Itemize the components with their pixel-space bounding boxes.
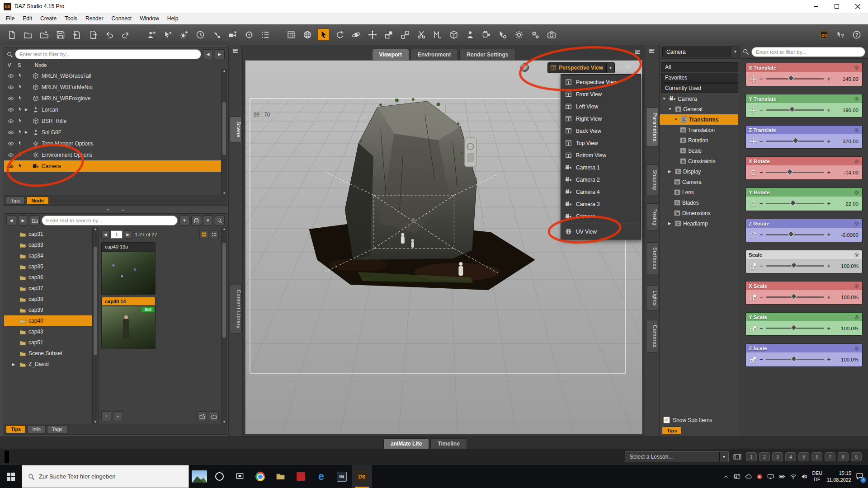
show-sub-items-checkbox[interactable]: ✓ Show Sub Items bbox=[663, 417, 736, 423]
folder-cap51[interactable]: cap51 bbox=[4, 337, 98, 348]
slider-gear-icon[interactable] bbox=[854, 96, 859, 102]
slider-gear-icon[interactable] bbox=[854, 221, 859, 226]
slider-gear-icon[interactable] bbox=[854, 346, 859, 351]
undo-icon[interactable] bbox=[103, 28, 115, 41]
slider-gear-icon[interactable] bbox=[854, 283, 859, 289]
lesson-button-2[interactable]: 2 bbox=[759, 452, 770, 461]
content-search-input[interactable]: Enter text to search by... bbox=[42, 216, 178, 225]
view-menu-item-camera[interactable]: Camera bbox=[561, 210, 641, 222]
parameter-group-general[interactable]: ▼GGeneral bbox=[660, 104, 740, 114]
slider-decrement[interactable]: − bbox=[760, 231, 763, 238]
add-item-button[interactable]: + bbox=[101, 411, 111, 421]
taskbar-app-cortana-icon[interactable] bbox=[209, 465, 230, 488]
redo-icon[interactable] bbox=[119, 28, 132, 41]
aim-at-tool-icon[interactable] bbox=[301, 28, 313, 41]
folder-cap35[interactable]: cap35 bbox=[4, 261, 98, 272]
taskbar-app-chrome-icon[interactable] bbox=[250, 465, 270, 488]
slider-thumb[interactable] bbox=[791, 324, 797, 331]
visibility-eye-icon[interactable] bbox=[6, 107, 15, 113]
menu-window[interactable]: Window bbox=[136, 14, 163, 23]
thumbs-scrollbar[interactable]: ▲▼ bbox=[221, 227, 227, 424]
view-menu-item-front-view[interactable]: Front View bbox=[561, 88, 641, 100]
tray-chevron-icon[interactable] bbox=[723, 474, 729, 480]
side-tab-lights[interactable]: Lights bbox=[646, 286, 658, 311]
view-menu-item-camera-2[interactable]: Camera 2 bbox=[561, 174, 641, 186]
parameter-group-headlamp[interactable]: ▶GHeadlamp bbox=[660, 218, 740, 229]
tab-tags[interactable]: Tags bbox=[47, 425, 67, 433]
content-item-thumbnail[interactable] bbox=[101, 251, 156, 295]
parameter-group-dimensions[interactable]: GDimensions bbox=[660, 208, 740, 218]
view-selector-button[interactable]: Perspective View ▼ bbox=[547, 62, 615, 73]
tray-network-icon[interactable] bbox=[790, 473, 797, 480]
slider-increment[interactable]: + bbox=[827, 200, 830, 207]
selectable-icon[interactable] bbox=[15, 95, 25, 101]
selectable-icon[interactable] bbox=[15, 141, 25, 146]
slider-decrement[interactable]: − bbox=[760, 356, 763, 363]
slider-thumb[interactable] bbox=[787, 169, 793, 175]
slider-increment[interactable]: + bbox=[827, 169, 830, 176]
start-button[interactable] bbox=[0, 465, 22, 488]
daz-connect-icon[interactable]: DS bbox=[818, 28, 830, 41]
slider-increment[interactable]: + bbox=[827, 231, 830, 238]
slider-value[interactable]: 100.0% bbox=[833, 295, 859, 300]
create-null-icon[interactable] bbox=[243, 28, 255, 41]
tab-tips[interactable]: Tips bbox=[6, 425, 26, 433]
filter-prev-button[interactable]: ◀ bbox=[203, 49, 213, 59]
folder-up-button[interactable] bbox=[30, 216, 40, 225]
taskbar-search[interactable]: Zur Suche Text hier eingeben bbox=[22, 465, 189, 488]
content-forward-button[interactable]: ▶ bbox=[18, 216, 28, 225]
maximize-button[interactable] bbox=[826, 0, 847, 13]
scene-node-mrln-wbgrasstall[interactable]: MRLN_WBGrassTall bbox=[4, 70, 227, 81]
visibility-eye-icon[interactable] bbox=[6, 152, 15, 158]
slider-value[interactable]: 190.00 bbox=[833, 108, 859, 113]
taskbar-app-edge-icon[interactable]: e bbox=[311, 465, 331, 488]
slider-gear-icon[interactable] bbox=[854, 159, 859, 164]
merge-content-icon[interactable] bbox=[38, 28, 50, 41]
selectable-icon[interactable] bbox=[15, 118, 25, 124]
render-tool-icon[interactable] bbox=[545, 28, 557, 41]
side-tab-cameras[interactable]: Cameras bbox=[646, 320, 658, 352]
slider-gear-icon[interactable] bbox=[854, 252, 859, 258]
viewport-options-icon[interactable] bbox=[624, 64, 631, 72]
folders-scrollbar[interactable]: ▲▼ bbox=[92, 227, 98, 424]
slider-gear-icon[interactable] bbox=[854, 127, 859, 133]
notification-icon[interactable]: 3 bbox=[856, 472, 863, 481]
slider-thumb[interactable] bbox=[789, 106, 795, 113]
view-menu-item-perspective-view[interactable]: Perspective View bbox=[561, 76, 641, 88]
selectable-icon[interactable] bbox=[15, 107, 25, 113]
slider-decrement[interactable]: − bbox=[760, 138, 763, 145]
slider-value[interactable]: -14.00 bbox=[833, 170, 859, 175]
help-icon[interactable]: ? bbox=[850, 28, 863, 41]
view-menu-item-top-view[interactable]: Top View bbox=[561, 137, 641, 149]
chevron-down-icon[interactable]: ▼ bbox=[731, 47, 740, 57]
visibility-eye-icon[interactable] bbox=[6, 95, 15, 102]
parameter-group-display[interactable]: ▶GDisplay bbox=[660, 166, 740, 177]
expander-icon[interactable]: ▼ bbox=[674, 117, 679, 122]
viewport-tab-environment[interactable]: Environment bbox=[410, 49, 458, 60]
slider-gear-icon[interactable] bbox=[854, 314, 859, 320]
surface-tool-icon[interactable] bbox=[513, 28, 525, 41]
slider-increment[interactable]: + bbox=[827, 138, 830, 145]
expander-icon[interactable]: ▶ bbox=[668, 169, 673, 174]
rotate-tool-icon[interactable] bbox=[334, 28, 346, 41]
view-menu-item-camera-4[interactable]: Camera 4 bbox=[561, 186, 641, 198]
new-file-icon[interactable] bbox=[5, 28, 18, 41]
menu-render[interactable]: Render bbox=[81, 14, 107, 23]
menu-create[interactable]: Create bbox=[36, 14, 61, 23]
menu-connect[interactable]: Connect bbox=[107, 14, 136, 23]
create-group-icon[interactable] bbox=[259, 28, 271, 41]
parameter-group-blades[interactable]: GBlades bbox=[660, 197, 740, 208]
minimize-button[interactable] bbox=[806, 0, 826, 13]
language-indicator[interactable]: DEU DE bbox=[812, 470, 822, 483]
parameter-group-transforms[interactable]: ▼GTransforms bbox=[660, 114, 738, 125]
taskbar-app-weather-icon[interactable] bbox=[189, 465, 209, 488]
save-file-icon[interactable] bbox=[54, 28, 66, 41]
slider-track[interactable] bbox=[766, 359, 825, 360]
filter-next-button[interactable]: ▶ bbox=[215, 49, 225, 59]
node-gizmo-tool-icon[interactable] bbox=[496, 28, 509, 41]
slider-track[interactable] bbox=[766, 265, 825, 267]
lesson-button-3[interactable]: 3 bbox=[772, 452, 783, 461]
tab-tips[interactable]: Tips bbox=[662, 427, 682, 435]
viewport-tab-viewport[interactable]: Viewport bbox=[372, 49, 409, 60]
lesson-button-5[interactable]: 5 bbox=[798, 452, 809, 461]
